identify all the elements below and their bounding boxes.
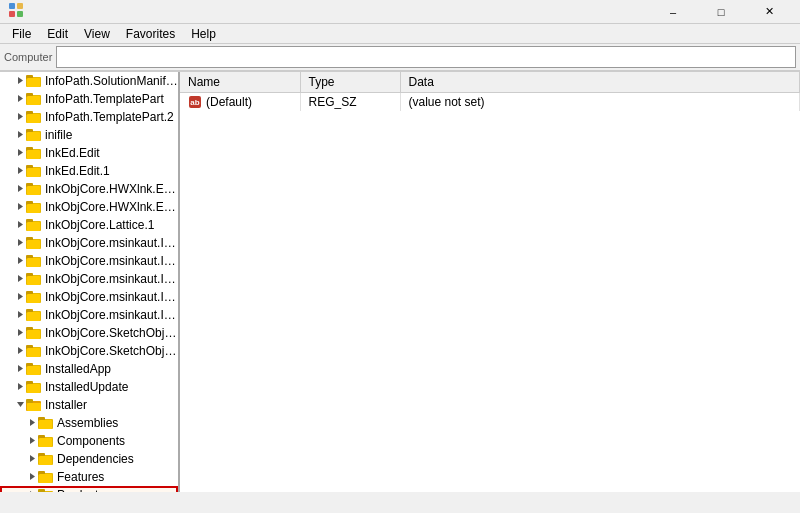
tree-item-internetHHCtrl1[interactable]: Internet.HHCtrl.1 <box>0 461 178 479</box>
tree-item-dependencies[interactable]: Dependencies <box>0 335 178 353</box>
menu-item-edit[interactable]: Edit <box>39 25 76 43</box>
registry-values-panel: Name Type Data ab (Default)REG_SZ(value … <box>180 72 800 492</box>
tree-label-inkObjHWXlnkEInk: InkObjCore.HWXlnk.E-Ink <box>45 72 178 81</box>
expand-icon-upgradeCodes[interactable] <box>26 393 38 404</box>
expand-icon-inkObjMsinkautInkOb[interactable] <box>14 123 26 134</box>
expand-icon-products[interactable] <box>26 375 38 386</box>
tree-item-internetHHCtrl[interactable]: Internet.HHCtrl <box>0 443 178 461</box>
value-data: (value not set) <box>400 92 800 111</box>
svg-text:ab: ab <box>190 98 199 107</box>
svg-marker-48 <box>18 160 23 167</box>
registry-tree-panel: InfoPath.SolutionManifest. InfoPath.Temp… <box>0 72 180 492</box>
expand-icon-internetHHCtrl1[interactable] <box>14 465 26 476</box>
svg-rect-39 <box>27 107 40 116</box>
tree-item-interface[interactable]: Interface <box>0 425 178 443</box>
maximize-button[interactable]: □ <box>698 0 744 24</box>
expand-icon-inkObjMsinkautInkTra[interactable] <box>14 195 26 206</box>
tree-label-installer: Installer <box>45 283 87 297</box>
folder-icon-interface <box>26 427 42 441</box>
svg-rect-55 <box>27 179 40 188</box>
tree-label-inkObjMsinkautInkTra: InkObjCore.msinkaut.InkTra <box>45 193 178 207</box>
scroll-right[interactable]: ▶ <box>164 480 178 492</box>
svg-rect-2 <box>9 11 15 17</box>
tree-item-components[interactable]: Components <box>0 317 178 335</box>
tree-item-inkObjMsinkautInkRe2[interactable]: InkObjCore.msinkaut.InkRe <box>0 155 178 173</box>
tree-item-inkObjHWXlnkEInk1[interactable]: InkObjCore.HWXlnk.E-Ink.1 <box>0 83 178 101</box>
expand-icon-installer[interactable] <box>14 285 26 296</box>
expand-icon-inkObjLattice1[interactable] <box>14 105 26 116</box>
svg-rect-0 <box>9 3 15 9</box>
tree-item-inkObjLattice1[interactable]: InkObjCore.Lattice.1 <box>0 101 178 119</box>
tree-item-inkObjMsinkautInkTra[interactable]: InkObjCore.msinkaut.InkTra <box>0 191 178 209</box>
folder-icon-inkObjLattice1 <box>26 103 42 117</box>
horizontal-scroll[interactable]: ◀ ▶ <box>0 479 178 491</box>
expand-icon-interface[interactable] <box>14 429 26 440</box>
tree-label-inkObjMsinkautInkRe3: InkObjCore.msinkaut.InkRe <box>45 175 178 189</box>
svg-rect-87 <box>39 323 52 332</box>
menu-item-view[interactable]: View <box>76 25 118 43</box>
window-controls: – □ ✕ <box>650 0 792 24</box>
scroll-left[interactable]: ◀ <box>0 480 14 492</box>
expand-icon-assemblies[interactable] <box>26 303 38 314</box>
tree-item-inkObjMsinkautInkOb[interactable]: InkObjCore.msinkaut.InkOb <box>0 119 178 137</box>
tree-item-assemblies[interactable]: Assemblies <box>0 299 178 317</box>
address-bar[interactable] <box>56 46 796 68</box>
folder-icon-installer <box>26 283 42 297</box>
tree-item-inkObjSketchObjSket2[interactable]: InkObjCore.SketchObj.Sket <box>0 227 178 245</box>
svg-marker-96 <box>30 376 35 383</box>
expand-icon-installedApp[interactable] <box>14 249 26 260</box>
tree-item-win32Assemblies[interactable]: Win32Assemblies <box>0 407 178 425</box>
tree-item-features[interactable]: Features <box>0 353 178 371</box>
folder-icon-inkObjMsinkautInkTra <box>26 193 42 207</box>
tree-item-inkObjHWXlnkEInk[interactable]: InkObjCore.HWXlnk.E-Ink <box>0 72 178 83</box>
scroll-track[interactable] <box>14 480 164 492</box>
folder-icon-assemblies <box>38 301 54 315</box>
svg-marker-84 <box>30 322 35 329</box>
tree-item-inkObjMsinkautInkRe[interactable]: InkObjCore.msinkaut.InkRe <box>0 137 178 155</box>
expand-icon-win32Assemblies[interactable] <box>26 411 38 422</box>
tree-item-inkObjSketchObjSket[interactable]: InkObjCore.SketchObj.Sket <box>0 209 178 227</box>
menu-item-file[interactable]: File <box>4 25 39 43</box>
tree-label-dependencies: Dependencies <box>57 337 134 351</box>
svg-rect-67 <box>27 233 40 242</box>
svg-rect-78 <box>26 284 33 288</box>
folder-icon-internetHHCtrl <box>26 445 42 459</box>
expand-icon-components[interactable] <box>26 321 38 332</box>
svg-marker-116 <box>18 466 23 473</box>
tree-item-installedUpdate[interactable]: InstalledUpdate <box>0 263 178 281</box>
svg-rect-31 <box>27 72 40 80</box>
close-button[interactable]: ✕ <box>746 0 792 24</box>
svg-rect-35 <box>27 89 40 98</box>
tree-item-inkObjMsinkautInkRe3[interactable]: InkObjCore.msinkaut.InkRe <box>0 173 178 191</box>
expand-icon-inkObjMsinkautInkRe2[interactable] <box>14 159 26 170</box>
expand-icon-internetHHCtrl[interactable] <box>14 447 26 458</box>
svg-marker-76 <box>17 287 24 292</box>
registry-tree[interactable]: InfoPath.SolutionManifest. InfoPath.Temp… <box>0 72 178 479</box>
expand-icon-inkObjSketchObjSket2[interactable] <box>14 231 26 242</box>
folder-icon-products <box>38 373 54 387</box>
tree-label-installedApp: InstalledApp <box>45 247 111 261</box>
expand-icon-inkObjMsinkautInkRe[interactable] <box>14 141 26 152</box>
expand-icon-inkObjSketchObjSket[interactable] <box>14 213 26 224</box>
folder-icon-inkObjHWXlnkEInk1 <box>26 85 42 99</box>
svg-rect-47 <box>27 143 40 152</box>
menu-item-favorites[interactable]: Favorites <box>118 25 183 43</box>
svg-marker-36 <box>18 106 23 113</box>
expand-icon-inkObjHWXlnkEInk[interactable] <box>14 72 26 80</box>
expand-icon-installedUpdate[interactable] <box>14 267 26 278</box>
default-value-icon: ab <box>188 95 202 109</box>
svg-rect-119 <box>27 467 40 476</box>
expand-icon-inkObjHWXlnkEInk1[interactable] <box>14 87 26 98</box>
expand-icon-dependencies[interactable] <box>26 339 38 350</box>
expand-icon-inkObjMsinkautInkRe3[interactable] <box>14 177 26 188</box>
tree-item-installedApp[interactable]: InstalledApp <box>0 245 178 263</box>
tree-item-products[interactable]: Products <box>0 371 178 389</box>
folder-icon-internetHHCtrl1 <box>26 463 42 477</box>
menu-item-help[interactable]: Help <box>183 25 224 43</box>
table-row[interactable]: ab (Default)REG_SZ(value not set) <box>180 92 800 111</box>
tree-item-installer[interactable]: Installer <box>0 281 178 299</box>
folder-icon-inkObjMsinkautInkOb <box>26 121 42 135</box>
minimize-button[interactable]: – <box>650 0 696 24</box>
expand-icon-features[interactable] <box>26 357 38 368</box>
tree-item-upgradeCodes[interactable]: UpgradeCodes <box>0 389 178 407</box>
